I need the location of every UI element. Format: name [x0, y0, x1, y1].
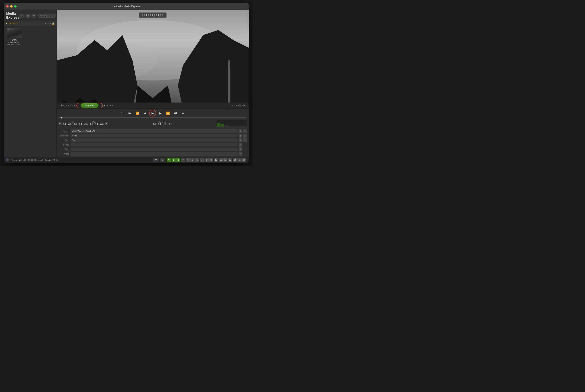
meta-add-reel-button[interactable]: +	[243, 138, 247, 142]
clip-play-icon: ▶	[8, 29, 9, 30]
controls-area: Log and Capture Playback Edit to Tape NO…	[57, 102, 248, 157]
clip-name: VMC-YosemiteBW...	[6, 39, 23, 44]
star-status-button[interactable]: ★	[160, 158, 165, 162]
clip-thumbnail: ▶	[7, 28, 22, 38]
channel-11-button[interactable]: 11	[218, 158, 223, 162]
meta-label-name: Name:	[58, 130, 70, 132]
meta-actions-description: ⊞ +	[238, 134, 247, 138]
title-bar: Untitled* - Media Express	[4, 3, 248, 10]
out-point-timecode-group: Out: 00:00:20:00	[84, 121, 104, 126]
metadata-area: Name: ⊞ + Description: ⊞ + Reel:	[57, 128, 248, 157]
pause-button[interactable]: ▶	[157, 110, 164, 116]
duration-value: 00:00:20:01	[153, 123, 172, 126]
play-button[interactable]: ▶	[149, 110, 156, 116]
video-frame	[57, 10, 248, 102]
meta-label-description: Description:	[58, 134, 70, 137]
in-point-button[interactable]: ▶|	[58, 122, 62, 125]
tab-log-capture[interactable]: Log and Capture	[58, 103, 81, 108]
step-back-button[interactable]: ⏪	[134, 110, 140, 116]
in-label: In:	[72, 121, 74, 123]
video-area: 00:00:00:00	[57, 10, 248, 102]
minimize-button[interactable]	[10, 5, 13, 8]
left-header: Media Express ≡ ⊞ ★	[4, 10, 56, 21]
channel-15-button[interactable]: 15	[238, 158, 242, 162]
duration-label: Duration:	[158, 121, 166, 123]
out-label: Out:	[92, 121, 96, 123]
search-input[interactable]	[38, 14, 56, 18]
list-view-button[interactable]: ≡	[20, 14, 24, 18]
meta-add-scene-button[interactable]: +	[238, 143, 242, 146]
to-end-button[interactable]: ⏭	[172, 110, 179, 116]
loop-button[interactable]: ↻	[119, 110, 126, 116]
channel-9-button[interactable]: 9	[209, 158, 213, 162]
close-button[interactable]	[6, 5, 9, 8]
status-text: Project Untitled 2160p23.98, clips 1, du…	[11, 159, 58, 161]
fast-fwd-button[interactable]: ⏩	[165, 110, 171, 116]
clip-thumb-image	[7, 28, 22, 38]
meta-input-angle[interactable]	[71, 152, 238, 156]
no-remote-label: NO REMOTE	[232, 104, 247, 107]
status-bar-right: 📷 ★ V 1 2 3 4 5 6 7 8 9 10 11 12 13 14 1…	[153, 158, 246, 162]
scrubber-knob[interactable]	[60, 117, 62, 118]
tab-playback[interactable]: Playback	[81, 103, 98, 108]
timecode-display: 00:00:00:00	[139, 12, 166, 18]
meta-actions-take: +	[238, 148, 247, 151]
meta-input-reel[interactable]	[71, 138, 238, 142]
in-point-group: ▶| In: 00:00:00:00	[58, 121, 82, 126]
app-window: Untitled* - Media Express Media Express …	[4, 3, 249, 163]
meta-input-scene[interactable]	[71, 143, 238, 146]
info-icon: ⓘ	[6, 158, 9, 162]
grid-view-button[interactable]: ⊞	[26, 14, 30, 18]
maximize-button[interactable]	[14, 5, 16, 8]
channel-v-button[interactable]: V	[167, 158, 171, 162]
channel-7-button[interactable]: 7	[200, 158, 204, 162]
channel-13-button[interactable]: 13	[228, 158, 232, 162]
meta-input-description[interactable]	[71, 134, 238, 138]
channel-3-button[interactable]: 3	[181, 158, 185, 162]
audio-meter-mini	[216, 120, 247, 127]
in-point-timecode-group: In: 00:00:00:00	[63, 121, 82, 126]
channel-1-button[interactable]: 1	[172, 158, 176, 162]
channel-6-button[interactable]: 6	[195, 158, 199, 162]
clip-count-label: 1 Clip	[45, 22, 51, 25]
bin-arrow-icon: ▼	[6, 22, 8, 25]
window-controls	[6, 5, 16, 8]
meta-input-name[interactable]	[71, 130, 238, 133]
in-value: 00:00:00:00	[63, 123, 82, 126]
meta-actions-reel: ⊞ +	[238, 138, 247, 142]
channel-16-button[interactable]: 16	[242, 158, 246, 162]
clip-item[interactable]: ▶ VMC-YosemiteBW... Dur: 00:00:20:01	[6, 28, 23, 46]
channel-14-button[interactable]: 14	[233, 158, 237, 162]
app-title: Media Express	[6, 12, 20, 20]
meta-add-name-button[interactable]: +	[243, 129, 247, 133]
channel-2-button[interactable]: 2	[176, 158, 180, 162]
svg-rect-7	[230, 68, 230, 102]
meta-add-angle-button[interactable]: +	[238, 152, 242, 156]
camera-button[interactable]: 📷	[153, 158, 158, 162]
scrubber-track[interactable]	[58, 117, 247, 118]
star-button[interactable]: ★	[32, 14, 36, 18]
channel-8-button[interactable]: 8	[204, 158, 209, 162]
meta-actions-name: ⊞ +	[238, 129, 247, 133]
out-point-button[interactable]: |▶	[105, 122, 108, 125]
channel-5-button[interactable]: 5	[190, 158, 194, 162]
status-bar: ⓘ Project Untitled 2160p23.98, clips 1, …	[4, 157, 248, 163]
up-button[interactable]: ▲	[180, 110, 186, 116]
bin-name: *Scratch*	[8, 22, 18, 25]
meta-input-take[interactable]	[71, 148, 238, 151]
frame-back-button[interactable]: ◀	[142, 110, 148, 116]
bin-count: 1 Clip 🔒	[45, 22, 55, 25]
tab-edit-to-tape[interactable]: Edit to Tape	[98, 103, 116, 108]
meta-copy-desc-button[interactable]: ⊞	[238, 134, 242, 138]
scrubber-bar	[57, 116, 248, 119]
meta-add-desc-button[interactable]: +	[243, 134, 247, 138]
meta-add-take-button[interactable]: +	[238, 148, 242, 151]
meta-copy-name-button[interactable]: ⊞	[238, 129, 242, 133]
to-start-button[interactable]: ⏮	[127, 110, 133, 116]
duration-group: Duration: 00:00:20:01	[110, 121, 215, 126]
channel-12-button[interactable]: 12	[223, 158, 228, 162]
meta-copy-reel-button[interactable]: ⊞	[238, 138, 242, 142]
meta-label-scene: Scene:	[58, 144, 70, 146]
channel-10-button[interactable]: 10	[214, 158, 218, 162]
channel-4-button[interactable]: 4	[186, 158, 190, 162]
